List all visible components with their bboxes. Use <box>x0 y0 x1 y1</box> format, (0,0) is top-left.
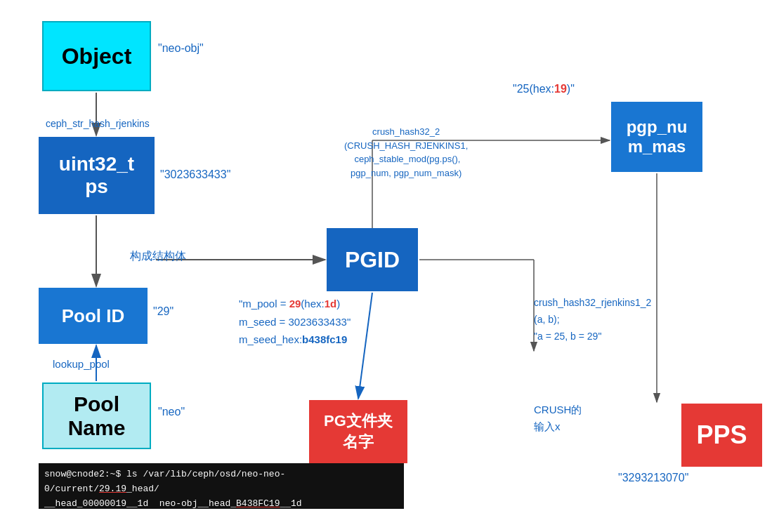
pgp-num-box: pgp_num_mas <box>611 102 702 172</box>
crush-rjenkins-label: crush_hash32_rjenkins1_2 (a, b); "a = 25… <box>534 295 651 345</box>
pool-id-box: Pool ID <box>39 288 148 344</box>
pool-id-label: Pool ID <box>62 305 125 327</box>
pgid-details-label: "m_pool = 29(hex:1d) m_seed = 3023633433… <box>239 295 351 349</box>
compose-struct-label: 构成结构体 <box>130 249 186 264</box>
pps-box: PPS <box>681 404 762 467</box>
uint32-box: uint32_tps <box>39 137 155 214</box>
pgp-num-label: pgp_num_mas <box>627 117 688 157</box>
crush-input-label: CRUSH的输入x <box>534 401 582 435</box>
pg-folder-label: PG文件夹名字 <box>324 411 393 453</box>
pool-name-box: PoolName <box>42 383 151 449</box>
pps-label: PPS <box>696 420 747 450</box>
pgid-box: PGID <box>327 228 418 291</box>
pool-name-val-label: "neo" <box>158 406 185 418</box>
pgp-val-label: "25(hex:19)" <box>513 83 575 95</box>
uint32-label: uint32_tps <box>59 153 134 198</box>
pgid-label: PGID <box>345 247 400 273</box>
uint32-val-label: "3023633433" <box>160 168 230 181</box>
terminal-bar: snow@cnode2:~$ ls /var/lib/ceph/osd/neo-… <box>39 463 404 509</box>
pool-id-val-label: "29" <box>153 305 174 318</box>
pps-val-label: "3293213070" <box>618 472 688 484</box>
lookup-pool-label: lookup_pool <box>53 358 110 370</box>
diagram-container: Object "neo-obj" ceph_str_hash_rjenkins … <box>0 0 779 532</box>
neo-obj-label: "neo-obj" <box>158 42 204 55</box>
crush-hash-label: crush_hash32_2 (CRUSH_HASH_RJENKINS1, ce… <box>344 125 468 180</box>
svg-line-6 <box>358 293 372 399</box>
terminal-text: snow@cnode2:~$ ls /var/lib/ceph/osd/neo-… <box>44 469 302 509</box>
hash-func-label: ceph_str_hash_rjenkins <box>46 118 150 129</box>
object-name-label: Object <box>62 44 132 69</box>
object-name-box: Object <box>42 21 151 91</box>
pg-folder-box: PG文件夹名字 <box>309 400 407 463</box>
pool-name-label: PoolName <box>68 392 126 440</box>
